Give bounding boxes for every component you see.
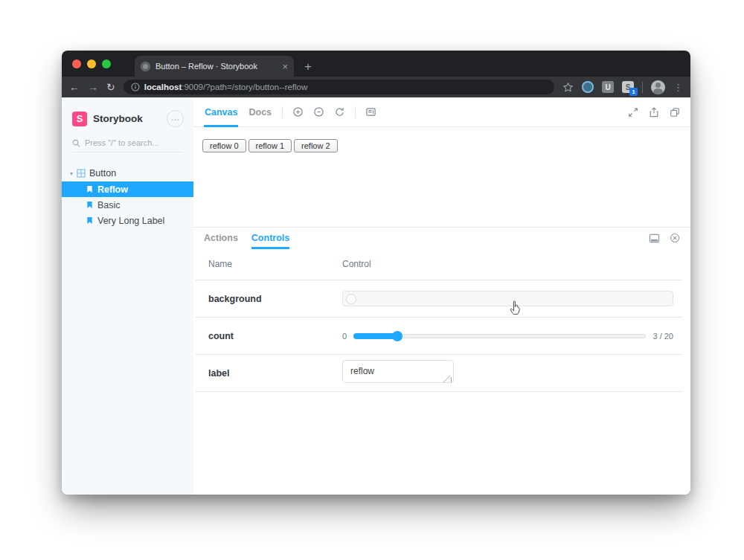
arg-name: background (195, 294, 342, 304)
zoom-reset-icon[interactable] (334, 106, 345, 118)
browser-tab[interactable]: Button – Reflow · Storybook × (135, 56, 294, 77)
url-host: localhost (144, 83, 182, 91)
chrome-menu-icon[interactable]: ⋮ (673, 82, 683, 93)
count-slider[interactable] (353, 331, 646, 341)
addon-panel-tabs: Actions Controls (193, 227, 690, 248)
sidebar-item-reflow[interactable]: Reflow (62, 181, 193, 197)
tab-canvas[interactable]: Canvas (204, 97, 238, 127)
minimize-window-button[interactable] (87, 59, 96, 68)
tab-docs[interactable]: Docs (248, 97, 272, 127)
bookmark-star-icon[interactable] (562, 82, 574, 93)
component-icon (77, 169, 86, 178)
open-new-tab-icon[interactable] (649, 107, 659, 118)
new-tab-button[interactable]: + (304, 60, 312, 73)
back-icon[interactable]: ← (69, 82, 80, 92)
zoom-in-icon[interactable] (292, 106, 304, 118)
copy-link-icon[interactable] (670, 107, 680, 118)
count-slider-fill (353, 333, 397, 339)
bookmark-icon (86, 216, 93, 225)
background-color-control[interactable] (342, 291, 673, 306)
story-button-0[interactable]: reflow 0 (202, 139, 246, 152)
tab-label: Docs (248, 107, 272, 118)
toolbar-divider (282, 106, 283, 118)
range-value-label: 3 / 20 (652, 332, 673, 341)
extension-clock-icon[interactable]: O (582, 81, 594, 93)
arg-name: count (195, 331, 342, 341)
range-min-label: 0 (342, 332, 347, 341)
reload-icon[interactable]: ↻ (106, 82, 115, 92)
sidebar-item-very-long-label[interactable]: Very Long Label (62, 213, 193, 228)
toolbar-divider (355, 106, 356, 118)
url-text: localhost:9009/?path=/story/button--refl… (144, 83, 308, 91)
story-button-2[interactable]: reflow 2 (294, 139, 338, 152)
story-button-1[interactable]: reflow 1 (248, 139, 292, 152)
storybook-logo: S (72, 112, 87, 126)
story-tree: ▾ Button Reflow (62, 165, 193, 228)
forward-icon[interactable]: → (88, 82, 98, 92)
canvas-toolbar: Canvas Docs (193, 97, 690, 127)
story-label: Reflow (97, 184, 128, 195)
browser-tab-strip: Button – Reflow · Storybook × + (62, 51, 690, 77)
storybook-favicon-icon (141, 62, 150, 71)
tab-controls[interactable]: Controls (251, 228, 289, 249)
close-window-button[interactable] (72, 59, 81, 68)
extension-s-icon[interactable]: S1 (622, 81, 634, 93)
chevron-down-icon: ▾ (70, 170, 73, 177)
browser-window: Button – Reflow · Storybook × + ← → ↻ lo… (62, 51, 690, 495)
arg-name: label (195, 368, 342, 379)
window-controls (62, 51, 121, 77)
site-info-icon[interactable] (131, 83, 140, 91)
close-panel-icon[interactable] (670, 233, 680, 243)
toolbar-divider (642, 82, 643, 93)
tab-label: Canvas (205, 107, 237, 118)
tab-close-icon[interactable]: × (282, 62, 288, 71)
sidebar-item-basic[interactable]: Basic (62, 197, 193, 213)
zoom-window-button[interactable] (102, 59, 111, 68)
search-placeholder: Press "/" to search... (85, 138, 159, 147)
controls-table: Name Control background count 0 (195, 248, 682, 392)
bookmark-icon (86, 201, 93, 209)
search-input[interactable]: Press "/" to search... (72, 138, 183, 152)
storybook-sidebar: S Storybook … Press "/" to search... ▾ (62, 97, 193, 495)
tab-actions[interactable]: Actions (204, 228, 238, 249)
fullscreen-icon[interactable] (628, 107, 638, 118)
header-name: Name (195, 259, 342, 269)
header-control: Control (342, 259, 682, 269)
tab-label: Controls (251, 233, 289, 243)
panel-position-icon[interactable] (649, 234, 660, 243)
sidebar-title: Storybook (93, 113, 161, 124)
shortcuts-menu-button[interactable]: … (167, 110, 184, 127)
extension-badge: 1 (629, 88, 638, 96)
extension-u-icon[interactable]: U (602, 81, 614, 93)
color-swatch[interactable] (346, 294, 356, 304)
label-textarea[interactable]: reflow (342, 360, 454, 383)
profile-avatar[interactable] (651, 80, 665, 94)
table-row-background: background (195, 280, 682, 318)
tab-label: Actions (204, 233, 238, 243)
story-label: Very Long Label (97, 216, 164, 226)
story-label: Basic (97, 200, 121, 210)
table-row-count: count 0 3 / 20 (195, 318, 682, 355)
table-row-label: label reflow (195, 355, 682, 392)
search-icon (72, 139, 80, 147)
browser-toolbar: ← → ↻ localhost:9009/?path=/story/button… (62, 77, 690, 97)
bookmark-icon (86, 185, 93, 193)
preview-area: Canvas Docs (193, 97, 690, 495)
story-canvas: reflow 0 reflow 1 reflow 2 (193, 127, 690, 227)
backgrounds-icon[interactable] (365, 106, 376, 118)
controls-table-header: Name Control (195, 248, 682, 280)
tree-node-label: Button (89, 168, 116, 178)
slider-thumb[interactable] (392, 331, 403, 341)
address-bar[interactable]: localhost:9009/?path=/story/button--refl… (124, 80, 554, 94)
url-path: :9009/?path=/story/button--reflow (182, 83, 307, 91)
zoom-out-icon[interactable] (313, 106, 324, 118)
tree-node-button[interactable]: ▾ Button (62, 165, 193, 181)
tab-title: Button – Reflow · Storybook (155, 62, 277, 71)
